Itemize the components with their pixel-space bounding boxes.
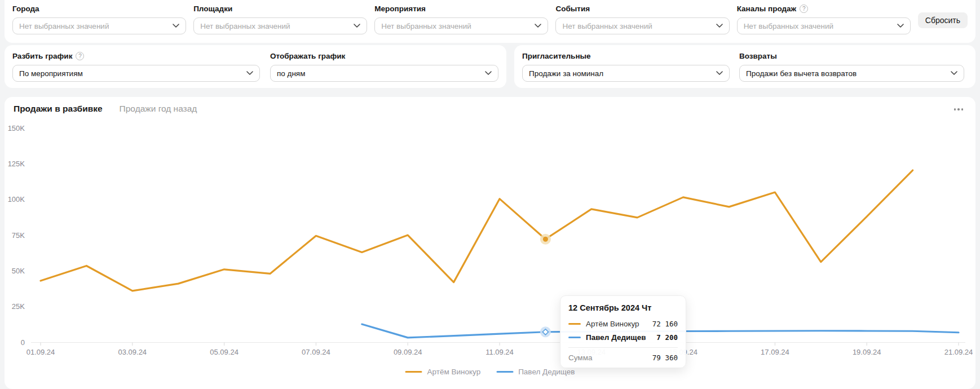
y-axis-label: 0 <box>21 338 25 347</box>
tooltip-date: 12 Сентябрь 2024 Чт <box>568 303 678 312</box>
hover-marker-dot <box>543 237 548 242</box>
filter-sales-channels-text: Каналы продаж <box>737 5 797 13</box>
x-axis-label: 11.09.24 <box>485 348 514 356</box>
filter-sales-channels-placeholder: Нет выбранных значений <box>744 22 833 30</box>
series-swatch <box>568 323 581 325</box>
filter-sales-channels-label: Каналы продаж ? <box>737 5 911 13</box>
y-axis-label: 100K <box>8 195 25 204</box>
x-axis-label: 05.09.24 <box>210 348 239 356</box>
invitations-group: Пригласительные Продажи за номинал <box>522 52 730 82</box>
invitations-label: Пригласительные <box>522 52 730 60</box>
filter-venues: Площадки Нет выбранных значений <box>193 5 367 34</box>
filter-venues-select[interactable]: Нет выбранных значений <box>193 17 367 34</box>
split-chart-text: Разбить график <box>12 52 72 60</box>
legend-label: Павел Дедищев <box>518 368 575 376</box>
filter-events-placeholder: Нет выбранных значений <box>381 22 471 30</box>
reset-filters-button[interactable]: Сбросить <box>918 12 968 28</box>
chart-settings-panel: Разбить график ? По мероприятиям Отображ… <box>5 45 506 88</box>
legend-label: Артём Винокур <box>427 368 481 376</box>
x-axis-label: 03.09.24 <box>118 348 147 356</box>
tooltip-total-value: 79 360 <box>652 353 678 362</box>
tooltip-series-name: Артём Винокур <box>586 320 639 328</box>
tooltip-series-value: 72 160 <box>652 320 678 328</box>
chevron-down-icon <box>712 71 723 76</box>
chevron-down-icon <box>480 71 492 76</box>
chart-tooltip: 12 Сентябрь 2024 Чт Артём Винокур 72 160… <box>560 295 686 368</box>
help-icon[interactable]: ? <box>76 52 84 60</box>
chevron-down-icon <box>712 24 723 28</box>
tooltip-row: Артём Винокур 72 160 <box>568 320 678 328</box>
chevron-down-icon <box>168 24 179 28</box>
chevron-down-icon <box>242 71 253 76</box>
filter-cities-label: Города <box>12 5 186 13</box>
split-chart-select[interactable]: По мероприятиям <box>12 65 260 82</box>
legend-swatch <box>496 371 513 373</box>
tooltip-series-name: Павел Дедищев <box>586 333 646 342</box>
tooltip-total-row: Сумма 79 360 <box>568 347 678 362</box>
filter-cities: Города Нет выбранных значений <box>12 5 186 34</box>
x-axis-label: 09.09.24 <box>394 348 422 356</box>
y-axis-label: 75K <box>12 231 25 240</box>
sales-chart[interactable]: 025K50K75K100K125K150K01.09.2403.09.2405… <box>5 97 975 389</box>
filter-events: Мероприятия Нет выбранных значений <box>374 5 548 34</box>
filters-panel: Города Нет выбранных значений Площадки Н… <box>5 0 975 43</box>
tooltip-total-label: Сумма <box>568 353 592 362</box>
returns-value: Продажи без вычета возвратов <box>746 69 857 78</box>
split-chart-value: По мероприятиям <box>19 69 83 78</box>
filter-cities-select[interactable]: Нет выбранных значений <box>12 17 186 34</box>
display-chart-group: Отображать график по дням <box>270 52 498 82</box>
filter-shows-placeholder: Нет выбранных значений <box>562 22 652 30</box>
display-chart-value: по дням <box>277 69 306 78</box>
filter-venues-placeholder: Нет выбранных значений <box>200 22 290 30</box>
y-axis-label: 150K <box>8 124 25 132</box>
filter-sales-channels: Каналы продаж ? Нет выбранных значений <box>737 5 911 34</box>
filter-sales-channels-select[interactable]: Нет выбранных значений <box>737 17 911 34</box>
y-axis-label: 125K <box>8 160 25 168</box>
legend-swatch <box>405 371 422 373</box>
chevron-down-icon <box>349 24 360 28</box>
series-swatch <box>568 337 581 338</box>
x-axis-label: 07.09.24 <box>302 348 330 356</box>
invitations-value: Продажи за номинал <box>529 69 603 78</box>
x-axis-label: 17.09.24 <box>761 348 789 356</box>
chart-legend: Артём Винокур Павел Дедищев <box>405 368 575 376</box>
invitations-select[interactable]: Продажи за номинал <box>522 65 730 82</box>
returns-group: Возвраты Продажи без вычета возвратов <box>739 52 964 82</box>
display-chart-label: Отображать график <box>270 52 498 60</box>
series-line <box>41 170 913 291</box>
tooltip-row: Павел Дедищев 7 200 <box>568 333 678 342</box>
returns-select[interactable]: Продажи без вычета возвратов <box>739 65 964 82</box>
x-axis-label: 19.09.24 <box>853 348 881 356</box>
x-axis-label: 21.09.24 <box>944 348 973 356</box>
filter-events-select[interactable]: Нет выбранных значений <box>374 17 548 34</box>
chevron-down-icon <box>893 24 904 28</box>
legend-item-vinokur[interactable]: Артём Винокур <box>405 368 481 376</box>
filter-shows: События Нет выбранных значений <box>555 5 729 34</box>
display-chart-select[interactable]: по дням <box>270 65 498 82</box>
filter-events-label: Мероприятия <box>374 5 548 13</box>
split-chart-label: Разбить график ? <box>12 52 260 60</box>
sales-options-panel: Пригласительные Продажи за номинал Возвр… <box>514 45 975 88</box>
x-axis-label: 01.09.24 <box>27 348 55 356</box>
filter-shows-label: События <box>555 5 729 13</box>
split-chart-group: Разбить график ? По мероприятиям <box>12 52 260 82</box>
y-axis-label: 50K <box>12 267 25 275</box>
tooltip-series-value: 7 200 <box>656 333 678 342</box>
help-icon[interactable]: ? <box>800 5 808 13</box>
filter-cities-placeholder: Нет выбранных значений <box>19 22 109 30</box>
sales-chart-card: Продажи в разбивке Продажи год назад 025… <box>5 97 975 389</box>
y-axis-label: 25K <box>12 302 25 311</box>
filter-venues-label: Площадки <box>193 5 367 13</box>
filter-shows-select[interactable]: Нет выбранных значений <box>555 17 729 34</box>
chevron-down-icon <box>530 24 541 28</box>
chevron-down-icon <box>946 71 957 76</box>
returns-label: Возвраты <box>739 52 964 60</box>
legend-item-dedishchev[interactable]: Павел Дедищев <box>496 368 575 376</box>
